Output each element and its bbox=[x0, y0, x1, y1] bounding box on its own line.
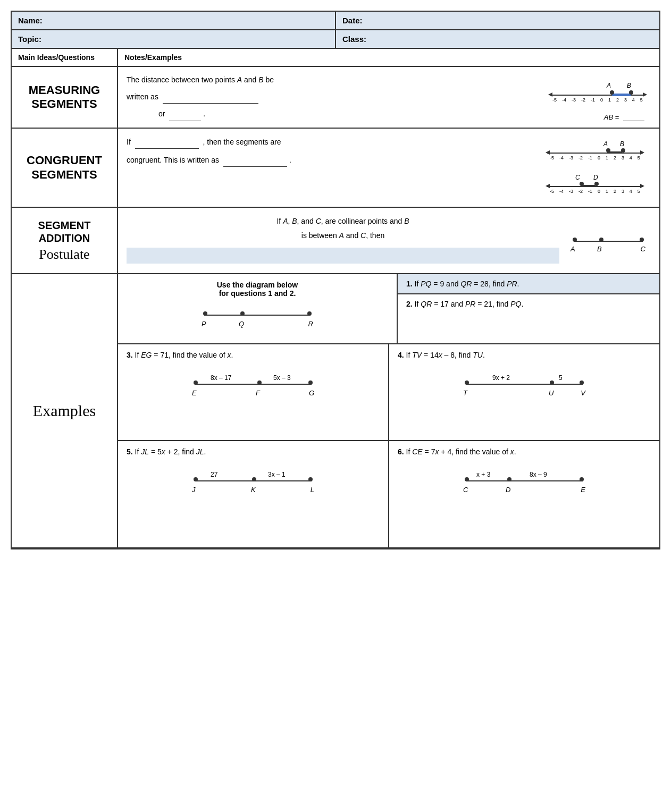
q3-num: 3. bbox=[127, 351, 133, 359]
q5-problem: 5. If JL = 5x + 2, find JL. bbox=[127, 447, 380, 456]
column-headers: Main Ideas/Questions Notes/Examples bbox=[12, 49, 659, 67]
q6-seg2-label: 8x – 9 bbox=[530, 471, 547, 478]
class-cell: Class: bbox=[336, 30, 659, 48]
class-label: Class: bbox=[342, 35, 366, 44]
congruent-notes-layout: If , then the segments are congruent. Th… bbox=[127, 135, 651, 200]
q3-problem: 3. If EG = 71, find the value of x. bbox=[127, 351, 380, 359]
congruent-segments-text: CONGRUENT SEGMENTS bbox=[27, 154, 102, 182]
q3-seg1-label: 8x – 17 bbox=[211, 374, 231, 382]
q3-F-label: F bbox=[256, 389, 260, 397]
q6-E-label: E bbox=[581, 486, 585, 494]
congruent-written-field[interactable] bbox=[223, 153, 287, 167]
q4-seg2-label: 5 bbox=[559, 374, 563, 382]
date-cell: Date: bbox=[336, 12, 659, 29]
tuv-diagram: 9x + 2 5 T U V bbox=[460, 370, 588, 402]
name-cell: Name: bbox=[12, 12, 336, 29]
postulate-cursive: Postulate bbox=[39, 247, 89, 263]
notes-examples-header: Notes/Examples bbox=[118, 49, 659, 66]
q6-seg1-label: x + 3 bbox=[476, 471, 490, 478]
addition-note1: If A, B, and C, are collinear points and… bbox=[127, 214, 559, 242]
congruent-note2: congruent. This is written as . bbox=[127, 153, 538, 167]
q1-text: If PQ = 9 and QR = 28, find PR. bbox=[415, 280, 519, 288]
examples-row: Examples Use the diagram below for quest… bbox=[12, 274, 659, 548]
q4-U-label: U bbox=[549, 389, 553, 397]
q5-seg1-label: 27 bbox=[211, 471, 217, 478]
q1-q2-section: 1. If PQ = 9 and QR = 28, find PR. 2. If… bbox=[398, 274, 659, 343]
r-label: R bbox=[308, 320, 313, 328]
q4-text: If TV = 14x – 8, find TU. bbox=[406, 351, 485, 359]
segment-addition-title: SEGMENT ADDITION Postulate bbox=[12, 208, 118, 273]
segment-addition-text: SEGMENT ADDITION bbox=[38, 219, 91, 244]
ab-label: AB = bbox=[604, 113, 651, 121]
efg-diagram: 8x – 17 5x – 3 E F G bbox=[189, 370, 317, 402]
congruent-segments-title: CONGRUENT SEGMENTS bbox=[12, 129, 118, 207]
measuring-notes-text: The distance between two points A and B … bbox=[127, 73, 538, 121]
q3-text: If EG = 71, find the value of x. bbox=[135, 351, 233, 359]
q6-problem: 6. If CE = 7x + 4, find the value of x. bbox=[398, 447, 651, 456]
segment-addition-diagram: A B C bbox=[566, 214, 651, 267]
q5-cell: 5. If JL = 5x + 2, find JL. 27 3x – 1 J … bbox=[118, 441, 389, 547]
congruent-segments-row: CONGRUENT SEGMENTS If , then the segment… bbox=[12, 129, 659, 208]
ab-value[interactable] bbox=[623, 113, 644, 121]
measuring-segments-title: MEASURING SEGMENTS bbox=[12, 67, 118, 128]
q3-cell: 3. If EG = 71, find the value of x. 8x –… bbox=[118, 344, 389, 440]
q3-q4-row: 3. If EG = 71, find the value of x. 8x –… bbox=[118, 344, 659, 441]
examples-cursive: Examples bbox=[33, 402, 96, 420]
written-as-field[interactable] bbox=[163, 90, 258, 104]
examples-content: Use the diagram below for questions 1 an… bbox=[118, 274, 659, 547]
q-label: Q bbox=[239, 320, 244, 328]
measuring-number-line: -5-4-3-2-1012345 A B AB = bbox=[544, 73, 651, 121]
measuring-or: or . bbox=[158, 107, 538, 121]
q6-C-label: C bbox=[463, 486, 468, 494]
congruent-note1: If , then the segments are bbox=[127, 135, 538, 149]
measuring-written-as: written as bbox=[127, 90, 538, 104]
examples-top-split: Use the diagram below for questions 1 an… bbox=[118, 274, 659, 344]
congruent-number-lines: -5-4-3-2-1012345 A B bbox=[544, 135, 651, 200]
topic-class-row: Topic: Class: bbox=[12, 30, 659, 49]
examples-title: Examples bbox=[12, 274, 118, 547]
congruent-if-field[interactable] bbox=[135, 135, 199, 149]
q1-num: 1. bbox=[406, 280, 413, 288]
q6-cell: 6. If CE = 7x + 4, find the value of x. … bbox=[389, 441, 659, 547]
q5-seg2-label: 3x – 1 bbox=[268, 471, 286, 478]
date-label: Date: bbox=[342, 16, 363, 25]
q6-num: 6. bbox=[398, 447, 404, 456]
name-date-row: Name: Date: bbox=[12, 12, 659, 30]
topic-cell: Topic: bbox=[12, 30, 336, 48]
q2-section: 2. If QR = 17 and PR = 21, find PQ. bbox=[398, 294, 659, 314]
cde-diagram: x + 3 8x – 9 C D E bbox=[460, 467, 588, 498]
addition-formula-box bbox=[127, 248, 559, 264]
q4-T-label: T bbox=[463, 389, 467, 397]
addition-notes-text: If A, B, and C, are collinear points and… bbox=[127, 214, 559, 267]
q5-L-label: L bbox=[311, 486, 314, 494]
measuring-note1: The distance between two points A and B … bbox=[127, 73, 538, 87]
jkl-diagram: 27 3x – 1 J K L bbox=[189, 467, 317, 498]
segment-addition-row: SEGMENT ADDITION Postulate If A, B, and … bbox=[12, 208, 659, 274]
examples-diagram-section: Use the diagram below for questions 1 an… bbox=[118, 274, 398, 343]
q4-cell: 4. If TV = 14x – 8, find TU. 9x + 2 5 T … bbox=[389, 344, 659, 440]
q3-E-label: E bbox=[192, 389, 197, 397]
q1-section: 1. If PQ = 9 and QR = 28, find PR. bbox=[398, 274, 659, 294]
q5-q6-row: 5. If JL = 5x + 2, find JL. 27 3x – 1 J … bbox=[118, 441, 659, 547]
q5-J-label: J bbox=[192, 486, 196, 494]
congruent-notes-text: If , then the segments are congruent. Th… bbox=[127, 135, 538, 200]
q4-num: 4. bbox=[398, 351, 404, 359]
main-ideas-header: Main Ideas/Questions bbox=[12, 49, 118, 66]
q4-seg1-label: 9x + 2 bbox=[492, 374, 510, 382]
q6-D-label: D bbox=[506, 486, 510, 494]
q3-seg2-label: 5x – 3 bbox=[273, 374, 291, 382]
q5-text: If JL = 5x + 2, find JL. bbox=[135, 447, 206, 456]
worksheet: Name: Date: Topic: Class: Main Ideas/Que… bbox=[11, 11, 660, 549]
q4-V-label: V bbox=[581, 389, 585, 397]
measuring-segments-notes: The distance between two points A and B … bbox=[118, 67, 659, 128]
segment-addition-notes: If A, B, and C, are collinear points and… bbox=[118, 208, 659, 273]
measuring-notes-layout: The distance between two points A and B … bbox=[127, 73, 651, 121]
q3-G-label: G bbox=[309, 389, 314, 397]
addition-notes-layout: If A, B, and C, are collinear points and… bbox=[127, 214, 651, 267]
q2-num: 2. bbox=[406, 300, 413, 308]
q4-problem: 4. If TV = 14x – 8, find TU. bbox=[398, 351, 651, 359]
pqr-diagram: P Q R bbox=[199, 306, 316, 333]
p-label: P bbox=[202, 320, 206, 328]
or-field[interactable] bbox=[169, 107, 201, 121]
diagram-title: Use the diagram below for questions 1 an… bbox=[127, 281, 388, 298]
